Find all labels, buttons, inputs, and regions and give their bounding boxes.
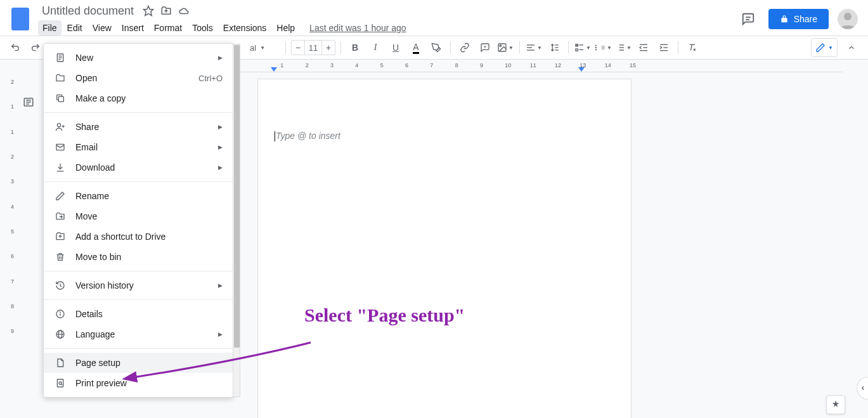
vertical-ruler[interactable]: 21123456789 bbox=[5, 79, 14, 418]
underline-button[interactable]: U bbox=[387, 39, 405, 56]
collapse-toolbar-button[interactable] bbox=[843, 39, 860, 56]
svg-point-18 bbox=[595, 44, 597, 46]
menu-tools[interactable]: Tools bbox=[188, 20, 217, 36]
menu-item-label: Download bbox=[75, 162, 115, 173]
ruler-tick: 3 bbox=[5, 178, 14, 185]
font-size-value[interactable]: 11 bbox=[304, 41, 322, 55]
menu-item-label: Page setup bbox=[75, 358, 120, 368]
bulleted-list-button[interactable]: ▼ bbox=[594, 39, 612, 56]
menu-item-label: Print preview bbox=[75, 378, 127, 388]
file-menu-rename[interactable]: Rename bbox=[44, 186, 233, 206]
file-menu-add-a-shortcut-to-drive[interactable]: Add a shortcut to Drive bbox=[44, 226, 233, 247]
font-size-increase[interactable]: + bbox=[322, 42, 335, 53]
move-to-icon[interactable] bbox=[160, 5, 172, 16]
ruler-tick: 4 bbox=[5, 204, 14, 210]
redo-button[interactable] bbox=[27, 39, 44, 56]
file-menu-email[interactable]: Email▶ bbox=[44, 137, 233, 157]
menu-file[interactable]: File bbox=[38, 20, 62, 36]
line-spacing-button[interactable] bbox=[545, 39, 563, 56]
svg-point-51 bbox=[60, 312, 61, 313]
numbered-list-button[interactable]: ▼ bbox=[614, 39, 632, 56]
bold-button[interactable]: B bbox=[346, 39, 364, 56]
move-icon bbox=[54, 210, 67, 223]
highlight-color-button[interactable] bbox=[427, 39, 445, 56]
svg-rect-55 bbox=[57, 379, 63, 387]
copy-icon bbox=[54, 92, 67, 105]
menu-item-label: Add a shortcut to Drive bbox=[75, 232, 165, 242]
cloud-status-icon[interactable] bbox=[178, 5, 190, 16]
file-menu-move[interactable]: Move bbox=[44, 206, 233, 226]
separator bbox=[678, 41, 678, 54]
separator bbox=[285, 41, 286, 54]
print-preview-icon bbox=[54, 377, 67, 389]
menu-edit[interactable]: Edit bbox=[63, 20, 87, 36]
undo-button[interactable] bbox=[6, 39, 24, 56]
menu-item-label: Open bbox=[75, 73, 97, 83]
menu-extensions[interactable]: Extensions bbox=[219, 20, 271, 36]
menu-format[interactable]: Format bbox=[150, 20, 186, 36]
clear-formatting-button[interactable] bbox=[683, 39, 701, 56]
file-menu-version-history[interactable]: Version history▶ bbox=[44, 275, 233, 296]
scrollbar-thumb[interactable] bbox=[234, 45, 240, 348]
separator bbox=[519, 41, 520, 54]
file-menu-download[interactable]: Download▶ bbox=[44, 157, 233, 178]
show-outline-button[interactable] bbox=[23, 96, 37, 110]
menu-item-label: Make a copy bbox=[75, 93, 126, 103]
history-icon bbox=[54, 279, 67, 292]
insert-link-button[interactable] bbox=[456, 39, 474, 56]
font-family-select[interactable]: al▼ bbox=[246, 39, 280, 56]
align-button[interactable]: ▼ bbox=[525, 39, 543, 56]
menubar: File Edit View Insert Format Tools Exten… bbox=[38, 20, 406, 36]
docs-logo-icon bbox=[11, 8, 29, 30]
text-color-button[interactable]: A bbox=[407, 39, 425, 56]
svg-point-19 bbox=[595, 47, 597, 48]
ruler-tick: 5 bbox=[5, 228, 14, 235]
star-icon[interactable] bbox=[143, 5, 154, 16]
menu-separator bbox=[44, 181, 233, 182]
font-size-stepper[interactable]: − 11 + bbox=[291, 40, 335, 55]
file-menu-make-a-copy[interactable]: Make a copy bbox=[44, 88, 233, 108]
menu-shortcut: Ctrl+O bbox=[198, 74, 223, 83]
insert-image-button[interactable]: ▼ bbox=[496, 39, 514, 56]
ruler-tick: 9 bbox=[5, 328, 14, 334]
menu-item-label: Move bbox=[75, 211, 97, 221]
share-button[interactable]: Share bbox=[768, 9, 829, 29]
annotation-arrow bbox=[120, 317, 317, 393]
insert-comment-button[interactable] bbox=[476, 39, 494, 56]
menu-separator bbox=[44, 112, 233, 113]
checklist-button[interactable]: ▼ bbox=[574, 39, 592, 56]
folder-open-icon bbox=[54, 72, 67, 84]
submenu-arrow-icon: ▶ bbox=[218, 144, 223, 150]
annotation-text: Select "Page setup" bbox=[304, 304, 465, 326]
menu-insert[interactable]: Insert bbox=[117, 20, 148, 36]
menu-view[interactable]: View bbox=[88, 20, 116, 36]
svg-point-20 bbox=[595, 49, 597, 50]
editing-mode-button[interactable]: ▼ bbox=[811, 38, 838, 57]
file-menu-open[interactable]: OpenCtrl+O bbox=[44, 68, 233, 88]
page-icon bbox=[54, 356, 67, 369]
file-menu-share[interactable]: Share▶ bbox=[44, 117, 233, 137]
last-edit-link[interactable]: Last edit was 1 hour ago bbox=[309, 23, 406, 33]
placeholder-text: Type @ to insert bbox=[276, 131, 340, 141]
decrease-indent-button[interactable] bbox=[635, 39, 652, 56]
document-title[interactable]: Untitled document bbox=[38, 3, 138, 19]
svg-point-7 bbox=[500, 45, 502, 47]
explore-button[interactable] bbox=[826, 395, 845, 414]
comments-icon[interactable] bbox=[737, 8, 760, 30]
file-menu-move-to-bin[interactable]: Move to bin bbox=[44, 247, 233, 267]
ruler-tick: 2 bbox=[5, 79, 14, 85]
file-menu-new[interactable]: New▶ bbox=[44, 48, 233, 68]
rename-icon bbox=[54, 190, 67, 202]
increase-indent-button[interactable] bbox=[655, 39, 673, 56]
submenu-arrow-icon: ▶ bbox=[218, 164, 223, 171]
download-icon bbox=[54, 161, 67, 174]
docs-logo[interactable] bbox=[8, 6, 33, 32]
italic-button[interactable]: I bbox=[366, 39, 384, 56]
avatar[interactable] bbox=[838, 9, 858, 29]
font-size-decrease[interactable]: − bbox=[292, 42, 304, 53]
separator bbox=[568, 41, 569, 54]
shortcut-icon bbox=[54, 230, 67, 243]
ruler-tick: 6 bbox=[5, 253, 14, 259]
menu-help[interactable]: Help bbox=[272, 20, 299, 36]
menu-item-label: Rename bbox=[75, 191, 109, 201]
